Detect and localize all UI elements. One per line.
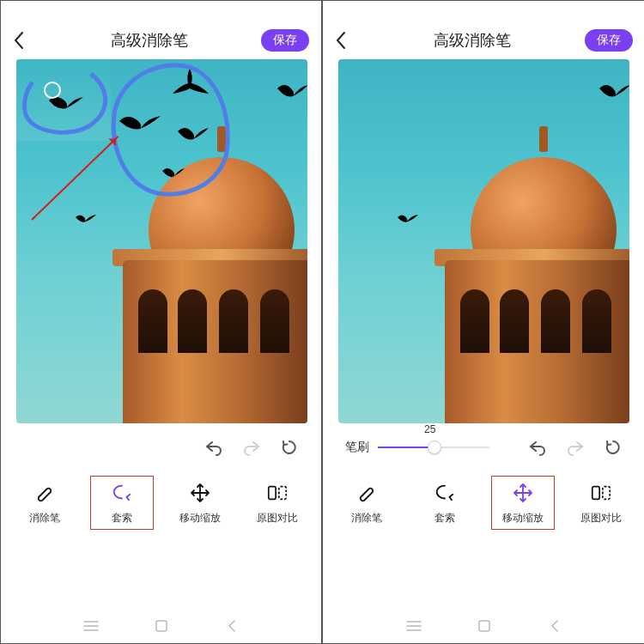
tool-row: 消除笔 套索 移动缩放 原图对比 (1, 465, 321, 539)
tool-label: 移动缩放 (179, 511, 221, 526)
lasso-icon (111, 482, 133, 504)
home-icon[interactable] (477, 618, 492, 634)
tool-eraser[interactable]: 消除笔 (336, 477, 398, 529)
lasso-icon (434, 482, 456, 504)
svg-rect-5 (479, 621, 489, 631)
home-icon[interactable] (154, 618, 169, 634)
page-title: 高级消除笔 (359, 30, 585, 51)
compare-icon (266, 482, 289, 504)
system-nav (1, 609, 321, 643)
brush-value: 25 (424, 423, 435, 435)
bird-icon (397, 212, 419, 224)
svg-rect-0 (269, 487, 276, 500)
tool-label: 消除笔 (351, 511, 382, 526)
tool-lasso[interactable]: 套索 (414, 477, 476, 529)
undo-icon[interactable] (204, 438, 223, 457)
undo-icon[interactable] (528, 438, 547, 457)
back-icon[interactable] (547, 618, 562, 634)
slider-thumb[interactable] (428, 440, 441, 454)
tool-row: 消除笔 套索 移动缩放 原图对比 (323, 465, 644, 539)
eraser-icon (355, 482, 378, 504)
save-button[interactable]: 保存 (261, 29, 309, 52)
svg-rect-3 (592, 487, 598, 500)
brush-slider[interactable]: 25 (378, 437, 489, 458)
zoom-preview (16, 59, 111, 141)
screen-after: 高级消除笔 保存 (323, 1, 644, 643)
reset-icon[interactable] (604, 438, 623, 457)
image-canvas[interactable] (338, 59, 629, 423)
status-bar (323, 1, 644, 21)
tool-compare[interactable]: 原图对比 (570, 477, 632, 529)
eraser-icon (33, 482, 56, 504)
system-nav (323, 609, 644, 643)
tool-label: 原图对比 (257, 511, 298, 526)
reset-icon[interactable] (280, 438, 299, 457)
redo-icon (566, 438, 585, 457)
tool-move-zoom[interactable]: 移动缩放 (492, 477, 554, 529)
tool-label: 消除笔 (29, 511, 60, 526)
tool-compare[interactable]: 原图对比 (246, 477, 308, 529)
status-bar (1, 1, 321, 21)
bird-icon (75, 212, 97, 224)
header: 高级消除笔 保存 (323, 21, 644, 59)
page-title: 高级消除笔 (37, 30, 261, 51)
tool-label: 移动缩放 (502, 511, 544, 526)
tool-label: 套索 (112, 511, 132, 526)
recents-icon[interactable] (83, 618, 99, 634)
screen-before: 高级消除笔 保存 (1, 1, 323, 643)
svg-rect-1 (279, 487, 286, 500)
back-button[interactable] (335, 31, 359, 50)
compare-icon (590, 482, 612, 504)
back-icon[interactable] (224, 618, 240, 634)
recents-icon[interactable] (406, 618, 422, 634)
header: 高级消除笔 保存 (1, 21, 321, 59)
tool-move-zoom[interactable]: 移动缩放 (169, 477, 231, 529)
brush-label: 笔刷 (345, 440, 369, 455)
image-canvas[interactable] (16, 59, 307, 423)
tool-label: 套索 (434, 511, 455, 526)
move-icon (189, 482, 211, 504)
tool-label: 原图对比 (580, 511, 622, 526)
svg-rect-4 (602, 487, 609, 500)
bird-icon (276, 80, 307, 100)
bird-icon (598, 80, 629, 100)
back-button[interactable] (13, 31, 37, 50)
brush-row: 笔刷 25 (323, 423, 644, 465)
save-button[interactable]: 保存 (585, 29, 633, 52)
redo-icon (242, 438, 261, 457)
tool-lasso[interactable]: 套索 (91, 477, 153, 529)
history-row (1, 423, 321, 465)
cursor-ring-icon (44, 82, 61, 99)
tool-eraser[interactable]: 消除笔 (14, 477, 76, 529)
move-icon (512, 482, 534, 504)
svg-rect-2 (156, 621, 167, 631)
